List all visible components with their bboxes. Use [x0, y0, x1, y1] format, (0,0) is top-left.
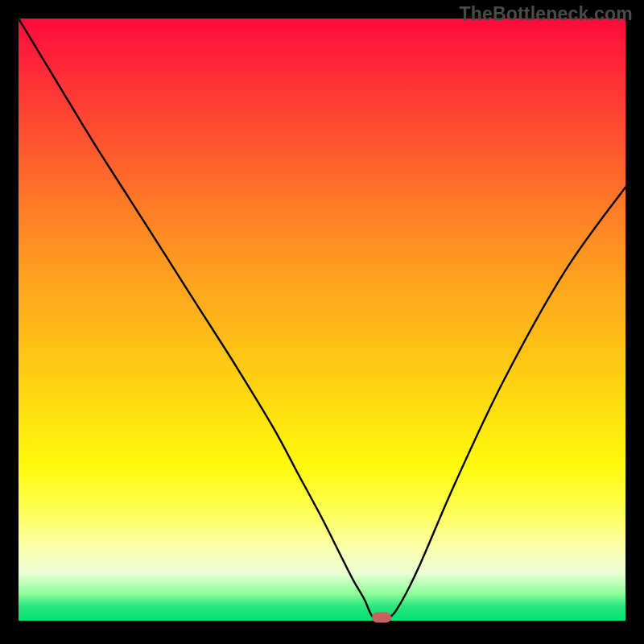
watermark-text: TheBottleneck.com: [459, 3, 633, 25]
chart-frame: TheBottleneck.com: [0, 0, 644, 644]
optimum-marker: [372, 613, 391, 623]
bottleneck-curve: [19, 19, 625, 621]
plot-area: [19, 19, 625, 621]
